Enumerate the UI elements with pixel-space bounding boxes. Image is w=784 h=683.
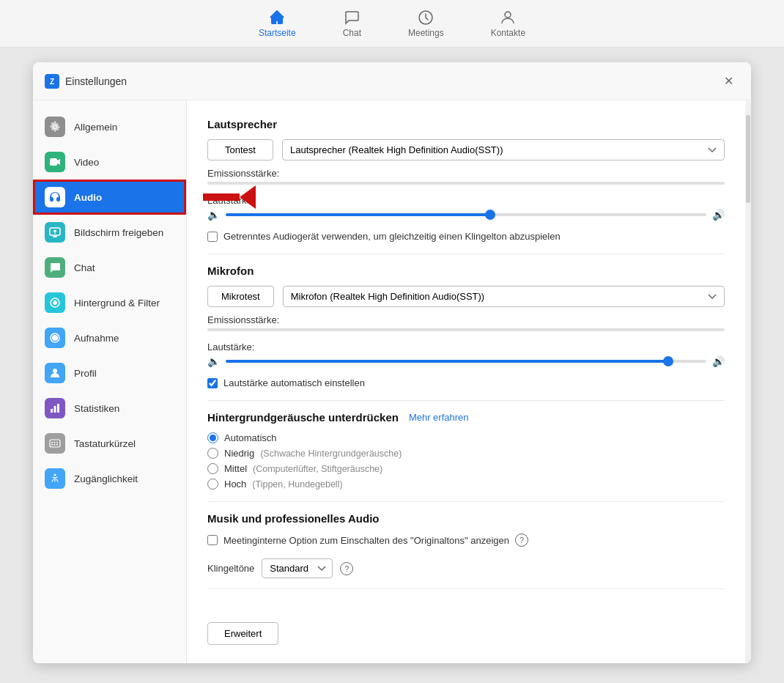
main-area: Z Einstellungen ✕ — [0, 48, 784, 678]
lautstaerke-mikro-slider-container[interactable]: 🔈 🔊 — [207, 355, 725, 367]
sidebar-item-video[interactable]: Video — [33, 144, 186, 180]
sidebar-item-audio[interactable]: Audio — [33, 180, 186, 215]
speaker-dropdown[interactable]: Lautsprecher (Realtek High Definition Au… — [282, 139, 725, 160]
svg-rect-4 — [50, 158, 57, 166]
sidebar-tastatur-label: Tastaturkürzel — [74, 438, 136, 449]
radio-automatisch-label: Automatisch — [224, 432, 277, 443]
radio-automatisch-input[interactable] — [207, 432, 218, 443]
dialog-header: Z Einstellungen ✕ — [33, 62, 751, 100]
sidebar-item-chat[interactable]: Chat — [33, 250, 186, 285]
sidebar-item-aufnahme[interactable]: Aufnahme — [33, 320, 186, 355]
headphones-icon — [45, 187, 65, 207]
sidebar-item-tastatur[interactable]: Tastaturkürzel — [33, 426, 186, 461]
musik-title: Musik und professionelles Audio — [207, 512, 725, 525]
sidebar-bildschirm-label: Bildschirm freigeben — [74, 227, 163, 238]
person-nav-icon — [499, 9, 517, 26]
svg-rect-19 — [54, 444, 56, 446]
klingeltoene-help-icon[interactable]: ? — [340, 562, 353, 575]
record-icon — [45, 328, 65, 348]
mehr-erfahren-link[interactable]: Mehr erfahren — [409, 412, 469, 423]
lautstaerke-mikro-label: Lautstärke: — [207, 342, 254, 352]
settings-sidebar: Allgemein Video — [33, 100, 187, 663]
radio-mittel-input[interactable] — [207, 463, 218, 474]
filter-icon — [45, 292, 65, 313]
nav-chat-label: Chat — [343, 28, 361, 38]
radio-niedrig-input[interactable] — [207, 448, 218, 459]
gear-icon — [45, 117, 65, 137]
slider-fill-mikro — [226, 360, 668, 363]
meetinginterne-help-icon[interactable]: ? — [515, 534, 528, 547]
meetinginterne-label: Meetinginterne Option zum Einschalten de… — [223, 535, 509, 546]
sidebar-item-zugaenglichkeit[interactable]: Zugänglichkeit — [33, 461, 186, 496]
mikrofon-dropdown[interactable]: Mikrofon (Realtek High Definition Audio(… — [283, 286, 725, 307]
auto-volume-checkbox[interactable] — [207, 378, 218, 388]
chat-icon — [45, 257, 65, 278]
radio-niedrig-label: Niedrig — [224, 448, 254, 459]
radio-hoch-input[interactable] — [207, 479, 218, 490]
separate-audio-row: Getrenntes Audiogerät verwenden, um glei… — [207, 231, 725, 242]
scrollbar-thumb[interactable] — [746, 115, 750, 203]
svg-point-10 — [53, 369, 57, 373]
clock-icon — [417, 9, 434, 26]
lautstaerke-speaker-label: Lautstärke: — [207, 195, 254, 206]
sidebar-chat-label: Chat — [74, 262, 95, 273]
emissionsstaerke-mikro-label: Emissionsstärke: — [207, 314, 279, 325]
sidebar-item-allgemein[interactable]: Allgemein — [33, 109, 186, 144]
slider-fill-speaker — [226, 213, 490, 216]
radio-mittel-label: Mittel — [224, 463, 247, 474]
volume-high-icon: 🔊 — [712, 209, 725, 221]
top-navigation: Startseite Chat Meetings Kontakte — [0, 0, 784, 48]
nav-kontakte[interactable]: Kontakte — [482, 6, 534, 41]
slider-thumb-mikro[interactable] — [663, 356, 673, 366]
klingeltoene-select[interactable]: Standard Klassisch Modern — [262, 558, 333, 578]
divider-2 — [207, 400, 725, 401]
screen-share-icon — [45, 222, 65, 243]
lautstaerke-speaker-slider-container[interactable]: 🔈 🔊 — [207, 209, 725, 221]
radio-hoch-hint: (Tippen, Hundegebell) — [252, 479, 342, 490]
svg-rect-20 — [56, 444, 58, 446]
nav-kontakte-label: Kontakte — [491, 28, 525, 38]
settings-dialog: Z Einstellungen ✕ — [33, 62, 751, 663]
erweitert-button[interactable]: Erweitert — [207, 622, 278, 645]
klingeltoene-row: Klingeltöne Standard Klassisch Modern ? — [207, 558, 725, 578]
lautstaerke-speaker-track[interactable] — [226, 213, 706, 216]
speaker-section: Lautsprecher Tontest Lautsprecher (Realt… — [207, 118, 725, 242]
nav-chat[interactable]: Chat — [334, 6, 370, 41]
home-icon — [268, 9, 286, 26]
svg-rect-13 — [57, 404, 59, 413]
volume-high-mikro-icon: 🔊 — [712, 355, 725, 367]
emissionsstaerke-speaker-label: Emissionsstärke: — [207, 168, 279, 179]
radio-hoch-label: Hoch — [224, 479, 246, 490]
meetinginterne-checkbox[interactable] — [207, 535, 218, 545]
svg-rect-11 — [51, 409, 53, 413]
sidebar-item-profil[interactable]: Profil — [33, 355, 186, 391]
svg-rect-15 — [51, 442, 53, 443]
svg-rect-14 — [50, 440, 60, 447]
scrollbar[interactable] — [745, 100, 751, 663]
divider-1 — [207, 254, 725, 254]
mikrotest-button[interactable]: Mikrotest — [207, 286, 274, 307]
slider-thumb-speaker[interactable] — [485, 210, 495, 220]
noise-radio-group: Automatisch Niedrig (Schwache Hintergrun… — [207, 432, 725, 490]
meetinginterne-row: Meetinginterne Option zum Einschalten de… — [207, 534, 725, 547]
sidebar-item-hintergrund[interactable]: Hintergrund & Filter — [33, 285, 186, 320]
sidebar-item-bildschirm[interactable]: Bildschirm freigeben — [33, 215, 186, 250]
erweitert-container: Erweitert — [207, 615, 725, 645]
lautstaerke-mikro-track[interactable] — [226, 360, 706, 363]
nav-meetings[interactable]: Meetings — [399, 6, 453, 41]
mikrofon-title: Mikrofon — [207, 265, 725, 277]
svg-rect-12 — [54, 406, 56, 413]
sidebar-item-statistiken[interactable]: Statistiken — [33, 391, 186, 426]
svg-rect-16 — [54, 442, 56, 443]
emissionsstaerke-speaker-row: Emissionsstärke: — [207, 168, 725, 179]
dialog-title: Z Einstellungen — [45, 74, 127, 89]
sidebar-video-label: Video — [74, 157, 99, 168]
hintergrund-title-row: Hintergrundgeräusche unterdrücken Mehr e… — [207, 411, 725, 424]
separate-audio-checkbox[interactable] — [207, 232, 218, 242]
emiss-track — [207, 182, 725, 185]
radio-automatisch: Automatisch — [207, 432, 725, 443]
nav-startseite[interactable]: Startseite — [250, 6, 305, 41]
close-button[interactable]: ✕ — [718, 71, 739, 91]
tontest-button[interactable]: Tontest — [207, 139, 273, 160]
nav-meetings-label: Meetings — [408, 28, 444, 38]
